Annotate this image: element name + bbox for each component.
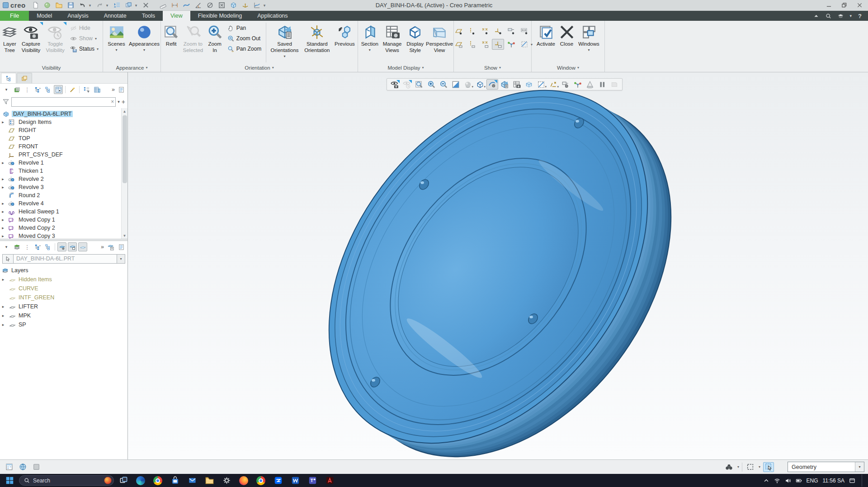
layer-expand-all-icon[interactable] — [33, 242, 42, 251]
capture-visibility-button[interactable]: Capture Visibility — [19, 22, 43, 55]
tree-more-dots[interactable]: ⋮ — [23, 85, 32, 94]
manage-views-button[interactable]: Manage Views — [381, 22, 404, 55]
layer-options-dropdown[interactable]: ▾ — [2, 242, 11, 251]
folder-browser-tab[interactable] — [17, 73, 32, 83]
console-toggle-icon[interactable] — [31, 462, 42, 472]
layer-more-dots[interactable]: ⋮ — [23, 242, 32, 251]
firefox-app-icon[interactable] — [236, 474, 251, 487]
selection-box-dropdown[interactable]: ▾ — [759, 465, 760, 469]
tree-toolbar-overflow[interactable]: » — [112, 86, 115, 93]
find-binoculars-icon[interactable] — [724, 462, 735, 472]
zoom-to-selected-button[interactable]: Zoom to Selected — [180, 22, 205, 55]
filter-add-button[interactable]: + — [122, 98, 125, 105]
saved-orientations-button[interactable]: Saved Orientations ▾ — [268, 22, 302, 60]
tree-item-csys[interactable]: PRT_CSYS_DEF — [0, 151, 127, 159]
layer-show-toggle[interactable] — [57, 242, 66, 251]
close-window-icon[interactable] — [141, 1, 151, 10]
start-button[interactable] — [2, 474, 17, 487]
graphics-area[interactable]: ▾ ▾ ▾ ▾ — [128, 72, 868, 459]
find-dropdown[interactable]: ▾ — [737, 465, 739, 469]
search-icon[interactable] — [826, 13, 831, 19]
chrome-app-icon[interactable] — [150, 474, 165, 487]
diameter-tool-icon[interactable] — [205, 1, 216, 10]
clock[interactable]: 11:56 SA — [823, 478, 844, 484]
3d-model-part[interactable] — [128, 72, 868, 459]
layer-info-icon[interactable] — [106, 242, 115, 251]
collapse-ribbon-icon[interactable] — [813, 13, 819, 19]
hide-button[interactable]: Hide — [68, 24, 101, 33]
tree-columns-toggle[interactable] — [54, 85, 63, 94]
browser-2-app-icon[interactable] — [253, 474, 269, 487]
cube-tool-icon[interactable] — [228, 1, 239, 10]
curve-tool-icon[interactable] — [181, 1, 192, 10]
filter-clear-icon[interactable]: × — [111, 99, 114, 105]
activate-button[interactable]: Activate — [534, 22, 558, 49]
measure-icon[interactable] — [158, 1, 169, 10]
messaging-app-icon[interactable] — [270, 474, 286, 487]
csys-tag-display-toggle[interactable] — [492, 39, 504, 50]
model-tree-scrollbar[interactable]: ▲ ▼ — [121, 108, 127, 239]
layer-item-hidden-items[interactable]: ▸Hidden Items — [0, 275, 127, 284]
layer-item-intf-green[interactable]: INTF_GREEN — [0, 293, 127, 302]
tree-options-dropdown[interactable]: ▾ — [2, 85, 11, 94]
layer-hidden-toggle[interactable] — [78, 242, 87, 251]
save-icon[interactable] — [66, 1, 76, 10]
zoom-out-button[interactable]: Zoom Out — [225, 34, 264, 43]
layer-part-combo[interactable]: DAY_BINH-DA-6L.PRT ▾ — [0, 253, 127, 265]
show-desktop-strip[interactable] — [862, 474, 863, 487]
restore-button[interactable] — [837, 1, 851, 10]
windows-button[interactable]: Windows ▾ — [576, 22, 602, 53]
tab-flexible-modeling[interactable]: Flexible Modeling — [190, 11, 250, 21]
pan-zoom-button[interactable]: Pan Zoom — [225, 44, 264, 53]
store-app-icon[interactable] — [167, 474, 183, 487]
tree-item-moved-copy-3[interactable]: ▸Moved Copy 3 — [0, 232, 127, 239]
help-icon[interactable]: ? — [858, 13, 862, 19]
layer-item-root[interactable]: Layers — [0, 266, 127, 275]
tree-item-right-plane[interactable]: RIGHT — [0, 126, 127, 134]
show-button[interactable]: Show▾ — [68, 34, 101, 43]
word-app-icon[interactable] — [288, 474, 303, 487]
silhouette-display-toggle[interactable] — [518, 39, 530, 50]
tree-settings-page-icon[interactable] — [117, 85, 126, 94]
hidden-icons-chevron[interactable] — [763, 478, 769, 484]
appearances-button[interactable]: Appearances ▾ — [129, 22, 160, 53]
angle-tool-icon[interactable] — [193, 1, 204, 10]
tab-model[interactable]: Model — [29, 11, 60, 21]
layer-item-curve[interactable]: CURVE — [0, 284, 127, 293]
tree-item-round-2[interactable]: Round 2 — [0, 191, 127, 199]
new-file-icon[interactable] — [30, 1, 41, 10]
mail-app-icon[interactable] — [184, 474, 200, 487]
layer-combo-dropdown[interactable]: ▾ — [117, 254, 125, 264]
tree-list-columns-icon[interactable] — [92, 85, 101, 94]
volume-icon[interactable] — [785, 478, 791, 484]
tab-annotate[interactable]: Annotate — [96, 11, 134, 21]
selection-box-icon[interactable] — [745, 462, 756, 472]
collapse-all-icon[interactable] — [43, 85, 52, 94]
filter-dropdown[interactable]: ▾ — [118, 99, 120, 104]
file-explorer-icon[interactable] — [202, 474, 217, 487]
tab-tools[interactable]: Tools — [134, 11, 163, 21]
xyz-axes-icon[interactable] — [240, 1, 251, 10]
toggle-visibility-button[interactable]: Toggle Visibility — [43, 22, 67, 55]
undo-icon[interactable] — [77, 1, 88, 10]
layer-toolbar-overflow[interactable]: » — [101, 244, 104, 250]
learning-dropdown[interactable]: ▾ — [850, 14, 852, 18]
learning-center-icon[interactable] — [838, 13, 844, 19]
layer-stack-icon[interactable] — [12, 242, 21, 251]
annotation-display-toggle[interactable] — [505, 26, 517, 37]
tree-item-design-items[interactable]: ▸Design Items — [0, 118, 127, 126]
adobe-app-icon[interactable] — [322, 474, 337, 487]
browser-toggle-icon[interactable] — [17, 462, 28, 472]
tab-file[interactable]: File — [0, 11, 29, 21]
window-arrange-dropdown[interactable]: ▾ — [135, 3, 140, 8]
standard-orientation-button[interactable]: Standard Orientation — [302, 22, 333, 55]
redo-icon[interactable] — [94, 1, 105, 10]
scroll-thumb[interactable] — [123, 115, 127, 183]
tree-filters-icon[interactable] — [82, 85, 91, 94]
settings-app-icon[interactable] — [219, 474, 234, 487]
edge-app-icon[interactable] — [133, 474, 148, 487]
layer-collapse-all-icon[interactable] — [43, 242, 52, 251]
tree-item-front-plane[interactable]: FRONT — [0, 142, 127, 151]
layer-item-sp[interactable]: ▸SP — [0, 320, 127, 329]
language-indicator[interactable]: ENG — [807, 478, 818, 484]
